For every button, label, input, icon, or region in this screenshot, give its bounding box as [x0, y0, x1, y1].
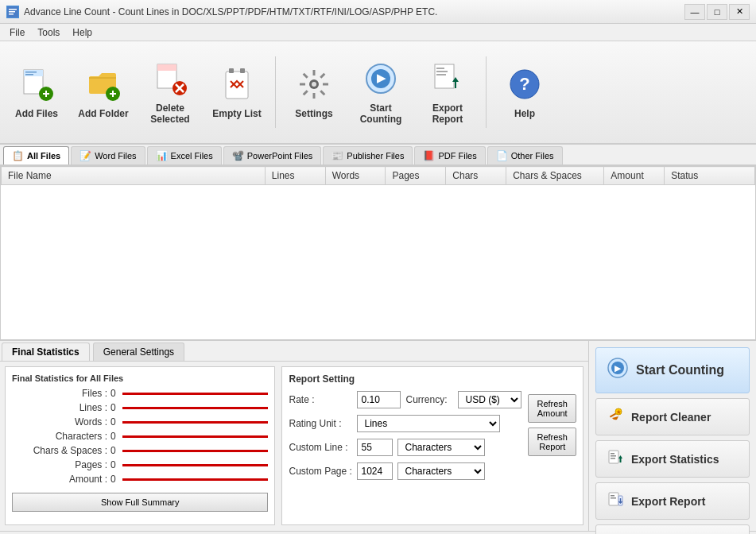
- title-bar: Advance Line Count - Count Lines in DOC/…: [0, 0, 756, 24]
- svg-line-31: [304, 91, 308, 95]
- svg-rect-48: [609, 451, 618, 463]
- menu-file[interactable]: File: [3, 25, 31, 39]
- col-lines: Lines: [265, 167, 325, 185]
- menu-help[interactable]: Help: [66, 25, 99, 39]
- svg-rect-3: [9, 14, 14, 15]
- help-icon: ?: [506, 65, 544, 103]
- tab-final-statistics[interactable]: Final Statistics: [2, 342, 90, 361]
- maximize-button[interactable]: □: [707, 4, 727, 20]
- add-files-label: Add Files: [15, 108, 58, 119]
- export-report-action-button[interactable]: Export Report: [595, 482, 750, 520]
- start-counting-button[interactable]: ▶ Start Counting: [349, 46, 413, 138]
- add-folder-label: Add Folder: [78, 108, 128, 119]
- rating-unit-label: Rating Unit :: [289, 418, 352, 429]
- empty-list-button[interactable]: Empty List: [205, 46, 269, 138]
- svg-rect-52: [620, 459, 622, 462]
- export-report-action-label: Export Report: [631, 495, 705, 508]
- svg-rect-36: [436, 68, 444, 69]
- delete-selected-icon: [151, 60, 189, 98]
- add-folder-button[interactable]: Add Folder: [72, 46, 135, 138]
- export-report-label: Export Report: [420, 103, 475, 125]
- app-title: Advance Line Count - Count Lines in DOC/…: [24, 6, 684, 17]
- help-label: Help: [514, 108, 535, 119]
- file-type-tabs: 📋 All Files 📝 Word Files 📊 Excel Files 📽…: [0, 145, 756, 165]
- tab-other-files[interactable]: 📄 Other Files: [487, 146, 563, 164]
- exit-application-button[interactable]: Exit Application: [595, 524, 750, 534]
- bottom-tabs: Final Statistics General Settings: [0, 341, 588, 362]
- tab-all-files[interactable]: 📋 All Files: [3, 146, 69, 164]
- col-status: Status: [665, 167, 755, 185]
- stat-label-files: Files :: [12, 388, 107, 399]
- minimize-button[interactable]: —: [684, 4, 705, 20]
- delete-selected-button[interactable]: Delete Selected: [138, 46, 202, 138]
- report-cleaner-button[interactable]: ★ Report Cleaner: [595, 398, 750, 435]
- custom-line-unit-select[interactable]: Characters Words: [397, 439, 485, 456]
- svg-line-29: [320, 91, 324, 95]
- empty-list-label: Empty List: [212, 108, 261, 119]
- svg-text:▶: ▶: [377, 72, 386, 84]
- tab-general-settings[interactable]: General Settings: [93, 342, 184, 361]
- menu-tools[interactable]: Tools: [31, 25, 66, 39]
- export-statistics-icon: [607, 449, 623, 469]
- svg-rect-38: [436, 74, 446, 75]
- stat-row-lines: Lines : 0: [12, 402, 268, 413]
- stat-value-chars-spaces: 0: [110, 445, 116, 456]
- settings-button[interactable]: Settings: [282, 46, 346, 138]
- tab-publisher-files[interactable]: 📰 Publisher Files: [323, 146, 413, 164]
- custom-line-input[interactable]: [357, 439, 393, 456]
- start-counting-action-icon: ▶: [607, 358, 628, 383]
- svg-rect-54: [611, 495, 614, 497]
- toolbar-divider-1: [275, 56, 276, 128]
- start-counting-action-button[interactable]: ▶ Start Counting: [595, 347, 750, 393]
- tab-excel-files[interactable]: 📊 Excel Files: [147, 146, 222, 164]
- tab-powerpoint-files[interactable]: 📽️ PowerPoint Files: [223, 146, 322, 164]
- menu-bar: File Tools Help: [0, 24, 756, 41]
- stat-label-words: Words :: [12, 416, 107, 428]
- show-full-summary-button[interactable]: Show Full Summary: [12, 493, 268, 512]
- tab-word-files[interactable]: 📝 Word Files: [71, 146, 145, 164]
- tab-pdf-files[interactable]: 📕 PDF Files: [414, 146, 485, 164]
- svg-rect-39: [455, 82, 456, 88]
- stat-bar-pages: [122, 464, 269, 466]
- start-counting-icon: ▶: [362, 60, 400, 98]
- report-settings-title: Report Setting: [289, 373, 576, 385]
- report-cleaner-label: Report Cleaner: [631, 411, 711, 424]
- svg-rect-6: [25, 72, 37, 73]
- stat-label-amount: Amount :: [12, 474, 107, 485]
- toolbar: Add Files Add Folder Delete Select: [0, 41, 756, 145]
- currency-select[interactable]: USD ($) EUR (€) GBP (£): [458, 391, 521, 408]
- start-counting-label: Start Counting: [353, 103, 409, 125]
- col-amount: Amount: [604, 167, 665, 185]
- col-chars: Chars: [446, 167, 506, 185]
- export-report-button[interactable]: Export Report: [416, 46, 479, 138]
- rate-input[interactable]: [357, 391, 401, 408]
- rating-unit-row: Rating Unit : Lines Words Characters Pag…: [289, 415, 521, 432]
- export-statistics-button[interactable]: Export Statistics: [595, 440, 750, 478]
- refresh-amount-button[interactable]: Refresh Amount: [528, 394, 576, 423]
- excel-files-icon: 📊: [156, 150, 168, 161]
- stat-value-lines: 0: [110, 402, 116, 413]
- custom-page-label: Custom Page :: [289, 466, 352, 477]
- col-words: Words: [325, 167, 386, 185]
- stat-bar-files: [122, 393, 269, 395]
- custom-page-unit-select[interactable]: Characters Words: [397, 462, 485, 480]
- other-files-icon: 📄: [496, 150, 508, 161]
- add-files-button[interactable]: Add Files: [5, 46, 68, 138]
- stat-label-pages: Pages :: [12, 459, 107, 470]
- svg-rect-7: [25, 74, 33, 75]
- rate-label: Rate :: [289, 394, 352, 405]
- help-button[interactable]: ? Help: [493, 46, 556, 138]
- close-button[interactable]: ✕: [729, 4, 750, 20]
- stat-value-pages: 0: [110, 459, 116, 470]
- rating-unit-select[interactable]: Lines Words Characters Pages: [357, 415, 500, 432]
- svg-line-28: [304, 74, 308, 78]
- add-files-icon: [17, 65, 56, 103]
- custom-page-input[interactable]: [357, 462, 393, 480]
- svg-line-30: [320, 74, 324, 78]
- stat-label-chars: Characters :: [12, 431, 107, 442]
- statistics-box-title: Final Statistics for All Files: [12, 373, 268, 383]
- refresh-report-button[interactable]: Refresh Report: [528, 428, 576, 456]
- svg-rect-53: [609, 493, 618, 505]
- currency-label: Currency:: [405, 394, 453, 405]
- export-report-icon: [428, 60, 467, 98]
